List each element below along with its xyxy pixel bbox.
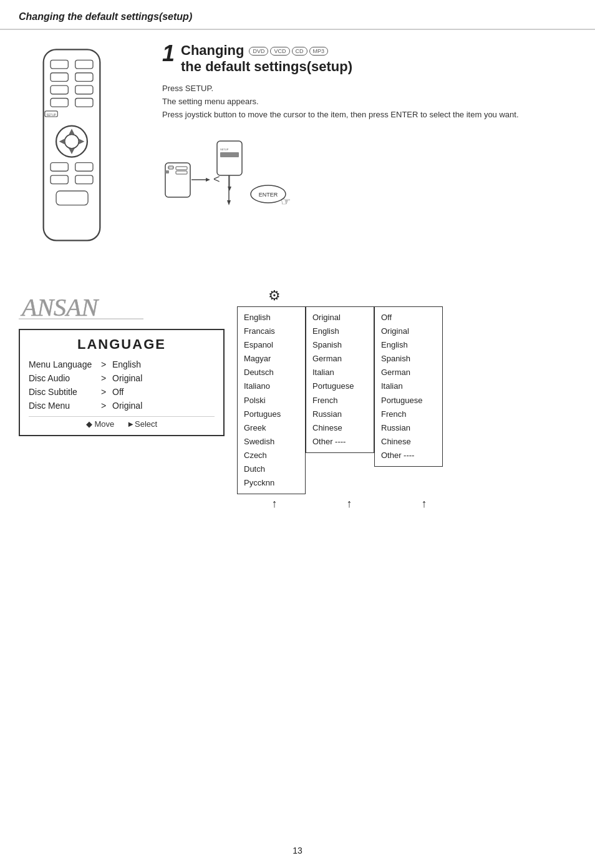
language-row-audio: Disc Audio > Original bbox=[29, 371, 215, 385]
svg-text:SETUP: SETUP bbox=[47, 114, 56, 117]
svg-rect-19 bbox=[51, 175, 68, 184]
audio-russian: Russian bbox=[312, 407, 367, 421]
remote-svg: SETUP bbox=[19, 42, 125, 255]
svg-rect-27 bbox=[165, 170, 169, 173]
diagram-svg: SETUP < SETUP bbox=[162, 132, 337, 213]
badge-mp3: MP3 bbox=[309, 47, 329, 56]
subtitle-french: French bbox=[381, 407, 436, 421]
svg-rect-7 bbox=[51, 99, 68, 107]
menu-item-magyar: Magyar bbox=[244, 352, 299, 366]
up-arrow-3: ↑ bbox=[422, 498, 427, 507]
menu-language-arrow: > bbox=[97, 359, 110, 369]
bottom-wrapper: ANSAN LANGUAGE Menu Language > English D… bbox=[19, 288, 576, 507]
page-number: 13 bbox=[293, 846, 302, 856]
arrow-col3: ↑ bbox=[387, 498, 462, 507]
svg-marker-32 bbox=[227, 200, 231, 205]
subtitle-spanish: Spanish bbox=[381, 352, 436, 366]
disc-menu-value: Original bbox=[112, 401, 142, 411]
page-header-title: Changing the default settings(setup) bbox=[19, 11, 192, 22]
menu-area: ⚙ English Francais Espanol Magyar Deutsc… bbox=[237, 288, 576, 507]
brand-logo-svg: ANSAN bbox=[19, 288, 156, 322]
svg-rect-4 bbox=[75, 73, 93, 82]
svg-marker-13 bbox=[69, 129, 74, 134]
menu-item-deutsch: Deutsch bbox=[244, 366, 299, 379]
up-arrow-2: ↑ bbox=[347, 498, 352, 507]
arrow-row: ↑ ↑ ↑ bbox=[237, 498, 474, 507]
menu-item-english: English bbox=[244, 311, 299, 324]
svg-rect-5 bbox=[51, 85, 68, 94]
svg-rect-6 bbox=[75, 85, 93, 94]
audio-spanish: Spanish bbox=[312, 338, 367, 352]
disc-audio-label: Disc Audio bbox=[29, 373, 97, 383]
disc-audio-arrow: > bbox=[97, 373, 110, 383]
svg-rect-8 bbox=[75, 99, 93, 107]
instruction-line-1: Press SETUP. bbox=[162, 82, 576, 95]
menu-col-subtitle: Off Original English Spanish German Ital… bbox=[374, 306, 443, 467]
audio-chinese: Chinese bbox=[312, 421, 367, 435]
step-number: 1 bbox=[162, 42, 175, 65]
disc-subtitle-arrow: > bbox=[97, 387, 110, 397]
svg-text:SETUP: SETUP bbox=[220, 148, 229, 151]
badge-dvd: DVD bbox=[249, 47, 268, 56]
top-section: SETUP 1 bbox=[19, 42, 576, 256]
subtitle-italian: Italian bbox=[381, 379, 436, 393]
svg-rect-20 bbox=[75, 175, 93, 184]
footer-select: ►Select bbox=[127, 419, 157, 429]
subtitle-original: Original bbox=[381, 324, 436, 338]
badge-vcd: VCD bbox=[270, 47, 289, 56]
menu-item-francais: Francais bbox=[244, 324, 299, 338]
svg-rect-35 bbox=[220, 152, 239, 157]
step-title-line2: the default settings(setup) bbox=[181, 59, 352, 75]
disc-audio-value: Original bbox=[112, 373, 142, 383]
audio-french: French bbox=[312, 394, 367, 407]
menu-language-value: English bbox=[112, 359, 141, 369]
subtitle-german: German bbox=[381, 366, 436, 379]
subtitle-other: Other ---- bbox=[381, 449, 436, 462]
svg-marker-16 bbox=[79, 139, 84, 144]
menu-item-dutch: Dutch bbox=[244, 462, 299, 476]
menu-item-portugues: Portugues bbox=[244, 407, 299, 421]
disc-subtitle-label: Disc Subtitle bbox=[29, 387, 97, 397]
menu-item-greek: Greek bbox=[244, 421, 299, 435]
menu-item-czech: Czech bbox=[244, 449, 299, 462]
svg-text:SETUP: SETUP bbox=[168, 167, 174, 169]
step-title-top: Changing DVD VCD CD MP3 bbox=[181, 42, 352, 59]
subtitle-chinese: Chinese bbox=[381, 435, 436, 449]
menu-item-russian: Pyccknn bbox=[244, 476, 299, 490]
svg-rect-21 bbox=[56, 191, 88, 205]
subtitle-english: English bbox=[381, 338, 436, 352]
subtitle-russian: Russian bbox=[381, 421, 436, 435]
menu-item-italiano: Italiano bbox=[244, 379, 299, 393]
menu-language-label: Menu Language bbox=[29, 359, 97, 369]
svg-rect-1 bbox=[51, 60, 68, 69]
language-panel: ANSAN LANGUAGE Menu Language > English D… bbox=[19, 288, 225, 436]
audio-original: Original bbox=[312, 311, 367, 324]
step-title-line1: Changing bbox=[181, 42, 244, 59]
step-description: Press SETUP. The setting menu appears. P… bbox=[162, 82, 576, 121]
menu-item-espanol: Espanol bbox=[244, 338, 299, 352]
menu-col-audio: Original English Spanish German Italian … bbox=[306, 306, 374, 453]
audio-italian: Italian bbox=[312, 366, 367, 379]
svg-text:ENTER: ENTER bbox=[259, 192, 278, 198]
instructions-section: 1 Changing DVD VCD CD MP3 the default se… bbox=[162, 42, 576, 256]
instruction-line-3: Press joystick button to move the cursor… bbox=[162, 109, 576, 122]
language-row-subtitle: Disc Subtitle > Off bbox=[29, 385, 215, 399]
svg-marker-29 bbox=[206, 178, 210, 182]
svg-marker-14 bbox=[69, 149, 74, 154]
menu-col-language: English Francais Espanol Magyar Deutsch … bbox=[237, 306, 306, 494]
arrow-col2: ↑ bbox=[312, 498, 387, 507]
menu-item-polski: Polski bbox=[244, 394, 299, 407]
disc-menu-arrow: > bbox=[97, 401, 110, 411]
language-row-discmenu: Disc Menu > Original bbox=[29, 399, 215, 412]
svg-rect-2 bbox=[75, 60, 93, 69]
svg-point-12 bbox=[65, 134, 79, 149]
language-title: LANGUAGE bbox=[29, 336, 215, 353]
language-settings-box: LANGUAGE Menu Language > English Disc Au… bbox=[19, 329, 225, 436]
svg-text:ANSAN: ANSAN bbox=[20, 293, 100, 321]
svg-rect-26 bbox=[176, 171, 187, 174]
audio-other: Other ---- bbox=[312, 435, 367, 449]
diagram-area: SETUP < SETUP bbox=[162, 132, 576, 213]
footer-move: ◆ Move bbox=[86, 419, 114, 429]
gear-icon-container: ⚙ bbox=[237, 288, 312, 304]
subtitle-off: Off bbox=[381, 311, 436, 324]
